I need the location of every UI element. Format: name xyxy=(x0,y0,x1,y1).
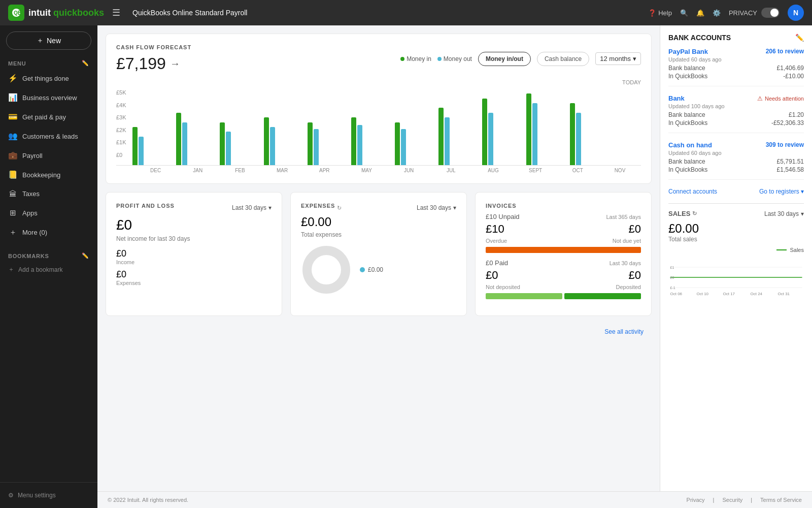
sidebar-item-get-paid-pay[interactable]: 💳 Get paid & pay xyxy=(0,107,97,126)
bank-updated: Updated 100 days ago xyxy=(668,103,804,109)
cash-updated: Updated 60 days ago xyxy=(668,150,804,156)
period-selector[interactable]: 12 months ▾ xyxy=(595,52,641,65)
hamburger-icon[interactable]: ☰ xyxy=(112,7,120,18)
bookmarks-section: BOOKMARKS ✏️ ＋ Add a bookmark xyxy=(0,246,97,278)
edit-bookmarks-icon[interactable]: ✏️ xyxy=(82,252,89,259)
not-due-amount: £0 xyxy=(629,223,641,236)
paid-bars xyxy=(486,293,641,299)
expenses-header: EXPENSES ↻ Last 30 days ▾ xyxy=(301,203,456,213)
unpaid-amounts: £10 £0 xyxy=(486,223,641,236)
warning-icon: ⚠ xyxy=(757,95,763,102)
new-button[interactable]: ＋ New xyxy=(6,31,91,50)
chart-month-may xyxy=(335,117,379,165)
today-label: TODAY xyxy=(116,79,641,85)
not-deposited-bar xyxy=(486,293,562,299)
privacy-link[interactable]: Privacy xyxy=(687,497,705,503)
expenses-period-selector[interactable]: Last 30 days ▾ xyxy=(417,204,456,211)
bar-green-7 xyxy=(438,108,444,165)
sidebar-item-payroll[interactable]: 💼 Payroll xyxy=(0,146,97,165)
go-to-registers-button[interactable]: Go to registers ▾ xyxy=(759,188,804,195)
avatar-button[interactable]: N xyxy=(788,5,804,21)
menu-settings-button[interactable]: ⚙ Menu settings xyxy=(8,489,89,502)
bookkeeping-icon: 📒 xyxy=(8,170,17,179)
chart-month-mar xyxy=(248,117,291,165)
sidebar-item-get-things-done[interactable]: ⚡ Get things done xyxy=(0,69,97,88)
cash-on-hand-item: Cash on hand 309 to review Updated 60 da… xyxy=(668,141,804,180)
cash-flow-controls: Money in Money out Money in/out Cash bal… xyxy=(400,52,641,66)
expense-legend: £0.00 xyxy=(360,266,383,273)
x-label-11: NOV xyxy=(599,168,641,173)
sales-amount: £0.00 xyxy=(668,221,804,236)
add-bookmark-button[interactable]: ＋ Add a bookmark xyxy=(0,261,97,278)
expense-legend-area: £0.00 xyxy=(360,266,383,273)
sidebar-item-taxes[interactable]: 🏛 Taxes xyxy=(0,184,97,203)
sidebar-item-apps[interactable]: ⊞ Apps xyxy=(0,203,97,223)
unpaid-header: £10 Unpaid Last 365 days xyxy=(486,213,641,220)
sidebar-item-business-overview[interactable]: 📊 Business overview xyxy=(0,88,97,107)
pnl-header: PROFIT AND LOSS Last 30 days ▾ xyxy=(116,203,272,213)
pnl-period-selector[interactable]: Last 30 days ▾ xyxy=(232,204,272,211)
paid-section: £0 Paid Last 30 days £0 £0 Not deposited… xyxy=(486,259,641,299)
sidebar: ＋ New MENU ✏️ ⚡ Get things done 📊 Busine… xyxy=(0,25,97,508)
taxes-icon: 🏛 xyxy=(8,189,17,198)
sales-period-selector[interactable]: Last 30 days ▾ xyxy=(764,210,804,217)
gear-icon: ⚙️ xyxy=(713,9,721,17)
see-all-activity-link[interactable]: See all activity xyxy=(106,324,652,339)
settings-button[interactable]: ⚙️ xyxy=(713,9,721,17)
bank-item: Bank ⚠ Needs attention Updated 100 days … xyxy=(668,94,804,133)
cash-flow-amount: £7,199 → xyxy=(116,54,191,73)
sidebar-item-customers-leads[interactable]: 👥 Customers & leads xyxy=(0,126,97,146)
chart-month-jul xyxy=(422,108,466,165)
sales-chevron-icon: ▾ xyxy=(801,210,804,217)
expense-amount: £0.00 xyxy=(301,215,456,229)
bar-group-8 xyxy=(482,99,493,165)
help-button[interactable]: ❓ Help xyxy=(648,9,672,17)
chart-month-aug xyxy=(466,99,510,165)
search-button[interactable]: 🔍 xyxy=(680,9,688,17)
notifications-button[interactable]: 🔔 xyxy=(696,9,704,17)
edit-bank-icon[interactable]: ✏️ xyxy=(795,34,804,42)
refresh-icon[interactable]: ↻ xyxy=(337,205,342,211)
pnl-expenses-line: £0 Expenses xyxy=(116,269,272,286)
sales-refresh-icon[interactable]: ↻ xyxy=(692,210,697,217)
logo-area: QB intuit quickbooks xyxy=(8,5,104,21)
pnl-title: PROFIT AND LOSS xyxy=(116,203,175,209)
terms-link[interactable]: Terms of Service xyxy=(760,497,802,503)
cash-flow-header: CASH FLOW FORECAST £7,199 → Money in xyxy=(116,44,641,73)
sidebar-item-bookkeeping[interactable]: 📒 Bookkeeping xyxy=(0,165,97,184)
expenses-card: EXPENSES ↻ Last 30 days ▾ £0.00 Total ex… xyxy=(290,192,467,316)
paypal-bank-name: PayPal Bank 206 to review xyxy=(668,48,804,55)
paid-label: £0 Paid xyxy=(486,259,508,267)
bank-actions: Connect accounts Go to registers ▾ xyxy=(668,188,804,195)
paid-header: £0 Paid Last 30 days xyxy=(486,259,641,267)
unpaid-sublabels: Overdue Not due yet xyxy=(486,238,641,244)
bar-teal-2 xyxy=(226,132,231,165)
privacy-switch[interactable] xyxy=(761,8,780,18)
paid-period: Last 30 days xyxy=(610,260,641,266)
cash-balance-button[interactable]: Cash balance xyxy=(537,52,589,66)
edit-menu-icon[interactable]: ✏️ xyxy=(82,60,89,67)
x-label-5: MAY xyxy=(346,168,388,173)
bar-group-6 xyxy=(395,122,406,165)
bank-accounts-title: BANK ACCOUNTS ✏️ xyxy=(668,34,804,42)
sales-legend-line xyxy=(776,249,787,250)
bank-accounts-panel: BANK ACCOUNTS ✏️ PayPal Bank 206 to revi… xyxy=(660,25,812,491)
bar-teal-1 xyxy=(182,122,187,165)
money-inout-button[interactable]: Money in/out xyxy=(478,52,531,66)
paypal-review-link[interactable]: 206 to review xyxy=(766,48,804,55)
bar-group-10 xyxy=(570,103,581,165)
plus-icon: ＋ xyxy=(37,36,44,45)
connect-accounts-button[interactable]: Connect accounts xyxy=(668,188,717,195)
security-link[interactable]: Security xyxy=(722,497,742,503)
footer-links: Privacy | Security | Terms of Service xyxy=(687,497,802,503)
sidebar-item-more[interactable]: ＋ More (0) xyxy=(0,223,97,242)
menu-section-label: MENU ✏️ xyxy=(0,54,97,69)
chart-month-sept xyxy=(510,93,554,165)
chart-bars xyxy=(116,89,641,166)
sales-sub-label: Total sales xyxy=(668,236,804,243)
money-out-legend: Money out xyxy=(437,55,472,62)
add-bookmark-icon: ＋ xyxy=(8,265,14,274)
registers-chevron-icon: ▾ xyxy=(801,188,804,195)
cash-review-link[interactable]: 309 to review xyxy=(766,141,804,149)
svg-text:Oct 10: Oct 10 xyxy=(697,292,709,296)
